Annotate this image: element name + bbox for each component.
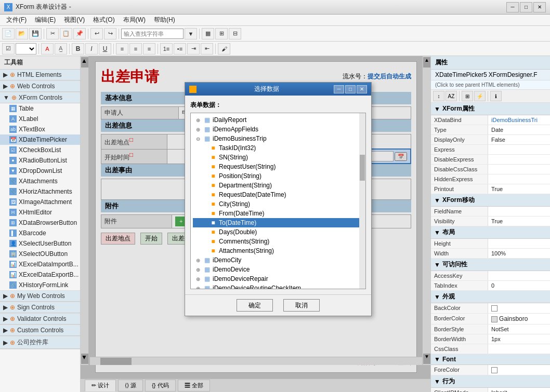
italic-button[interactable]: I (85, 43, 98, 55)
tree-child-requestdate[interactable]: ■ RequestDate(DateTime) (193, 190, 363, 199)
props-val[interactable] (488, 155, 550, 164)
table-button[interactable]: ▦ (202, 28, 214, 39)
align-center[interactable]: ≡ (129, 43, 142, 55)
close-button[interactable]: ✕ (533, 2, 546, 12)
backcolor-swatch[interactable] (491, 305, 497, 312)
tree-child-requestuser[interactable]: ■ RequestUser(String) (193, 162, 363, 171)
props-section-appearance-header[interactable]: ▼ 外观 (431, 291, 550, 303)
props-val[interactable]: True (488, 184, 550, 194)
props-val[interactable] (488, 174, 550, 184)
cut-button[interactable]: ✂ (46, 28, 59, 39)
props-val[interactable]: Date (488, 125, 550, 134)
tree-child-sn[interactable]: ■ SN(String) (193, 153, 363, 162)
new-button[interactable]: 📄 (2, 28, 15, 39)
maximize-button[interactable]: □ (520, 2, 532, 12)
search-input[interactable] (121, 29, 184, 39)
fmt-highlight[interactable]: A̲ (55, 43, 67, 55)
props-val[interactable]: False (488, 135, 550, 144)
props-info-button[interactable]: ℹ (490, 91, 502, 101)
props-section-layout-header[interactable]: ▼ 布局 (431, 226, 550, 239)
props-val[interactable]: NotSet (488, 325, 550, 334)
menu-format[interactable]: 格式(O) (89, 15, 119, 25)
tool-xselectuserbutton[interactable]: 👤 XSelectUserButton (0, 238, 80, 249)
toolbox-section-sign-header[interactable]: ▶ ⊕ Sign Controls (0, 302, 80, 313)
props-val[interactable] (488, 165, 550, 174)
tree-child-attachments[interactable]: ■ Attachments(String) (193, 246, 363, 255)
tree-child-department[interactable]: ■ Department(String) (193, 181, 363, 190)
tool-xhtmleditor[interactable]: H XHtmlEditor (0, 207, 80, 218)
copy-button[interactable]: 📋 (60, 28, 72, 39)
menu-help[interactable]: 帮助(H) (150, 15, 179, 25)
menu-edit[interactable]: 编辑(E) (31, 15, 60, 25)
toolbox-section-custom-header[interactable]: ▶ ⊕ Custom Controls (0, 325, 80, 336)
search-button[interactable]: ▼ (185, 28, 197, 39)
grid-button[interactable]: ⊟ (229, 28, 241, 39)
tree-scrollbar[interactable] (359, 113, 365, 289)
tool-ximageattachment[interactable]: 🖼 XImageAttachment (0, 197, 80, 207)
props-val[interactable]: iDemoBusinessTri (488, 115, 550, 125)
tool-xexceldataexport[interactable]: 📊 XExcelDataExportB... (0, 269, 80, 280)
tree-item-democity[interactable]: ⊕ ▦ iDemoCity (193, 255, 363, 265)
toolbox-section-xform-header[interactable]: ▼ ⊕ XForm Controls (0, 92, 80, 103)
indent-button[interactable]: ⇥ (187, 43, 200, 55)
tree-child-taskid[interactable]: ■ TaskID(Int32) (193, 143, 363, 153)
toolbox-section-validator-header[interactable]: ▶ ⊕ Validator Controls (0, 314, 80, 325)
menu-view[interactable]: 视图(V) (60, 15, 89, 25)
tree-child-comments[interactable]: ■ Comments(String) (193, 237, 363, 246)
undo-button[interactable]: ↩ (90, 28, 103, 39)
props-val[interactable]: Inherit (488, 388, 550, 392)
layout-button[interactable]: ⊞ (215, 28, 228, 39)
dialog-minimize[interactable]: ─ (334, 85, 344, 93)
props-sort-button[interactable]: ↕ (433, 91, 444, 101)
outdent-button[interactable]: ⇤ (201, 43, 213, 55)
dialog-cancel-button[interactable]: 取消 (283, 299, 320, 312)
align-left[interactable]: ≡ (116, 43, 128, 55)
tool-xdatetimepicker[interactable]: 📅 XDateTimePicker (0, 134, 80, 145)
dialog-maximize[interactable]: □ (345, 85, 356, 93)
dialog-close[interactable]: ✕ (357, 85, 367, 93)
props-val[interactable]: Gainsboro (488, 314, 550, 324)
tool-xhorizattachments[interactable]: 📎 XHorizAttachments (0, 186, 80, 197)
list-ul[interactable]: •≡ (174, 43, 186, 55)
toolbox-section-company-header[interactable]: ▶ ⊕ 公司控件库 (0, 336, 80, 349)
toolbox-section-web-header[interactable]: ▶ ⊕ Web Controls (0, 81, 80, 92)
props-val[interactable]: 100% (488, 249, 550, 258)
bordercolor-swatch[interactable] (491, 316, 497, 322)
tool-xdatabrowserbutton[interactable]: ⊞ XDataBrowserButton (0, 218, 80, 228)
font-size-select[interactable] (16, 43, 36, 55)
tree-child-to[interactable]: ■ To(DateTime) (193, 218, 363, 227)
props-section-font-header[interactable]: ▼ Font (431, 354, 550, 365)
list-ol[interactable]: 1≡ (160, 43, 173, 55)
tool-xexceldataimport[interactable]: 📊 XExcelDataImportB... (0, 259, 80, 269)
tree-item-businesstrip[interactable]: ⊖ ▦ iDemoBusinessTrip (193, 134, 363, 143)
save-button[interactable]: 💾 (29, 28, 42, 39)
minimize-button[interactable]: ─ (506, 2, 519, 12)
tree-child-city[interactable]: ■ City(String) (193, 199, 363, 209)
fmt-check[interactable]: ☑ (2, 43, 15, 55)
tool-xlabel[interactable]: A XLabel (0, 114, 80, 124)
props-section-xform-header[interactable]: ▼ XForm属性 (431, 103, 550, 115)
props-section-accessibility-header[interactable]: ▼ 可访问性 (431, 259, 550, 271)
fmt-color[interactable]: A (41, 43, 54, 55)
tree-child-from[interactable]: ■ From(DateTime) (193, 209, 363, 218)
props-val[interactable] (488, 344, 550, 354)
props-val[interactable]: 0 (488, 281, 550, 290)
props-page-button[interactable]: ⊞ (462, 91, 473, 101)
tool-xselectoubutton[interactable]: 🏢 XSelectOUButton (0, 249, 80, 259)
toolbox-section-mywebcontrols-header[interactable]: ▶ ⊕ My Web Controls (0, 291, 80, 302)
tree-item-routinecheckitem[interactable]: ⊕ ▦ iDemoDeviceRoutineCheckItem (193, 283, 363, 289)
props-val[interactable]: True (488, 217, 550, 226)
props-val[interactable] (488, 207, 550, 216)
props-val[interactable] (488, 145, 550, 154)
tree-item-daily[interactable]: ⊕ ▦ iDailyReport (193, 115, 363, 125)
open-button[interactable]: 📂 (16, 28, 28, 39)
align-right[interactable]: ≡ (143, 43, 155, 55)
tree-item-demodevice[interactable]: ⊕ ▦ iDemoDevice (193, 265, 363, 274)
props-section-xformmobile-header[interactable]: ▼ XForm移动 (431, 194, 550, 207)
tool-xbarcode[interactable]: ▌ XBarcode (0, 228, 80, 238)
menu-file[interactable]: 文件(F) (2, 15, 31, 25)
menu-layout[interactable]: 布局(W) (119, 15, 150, 25)
props-val[interactable] (488, 271, 550, 280)
brush-button[interactable]: 🖌 (218, 43, 230, 55)
bold-button[interactable]: B (72, 43, 84, 55)
